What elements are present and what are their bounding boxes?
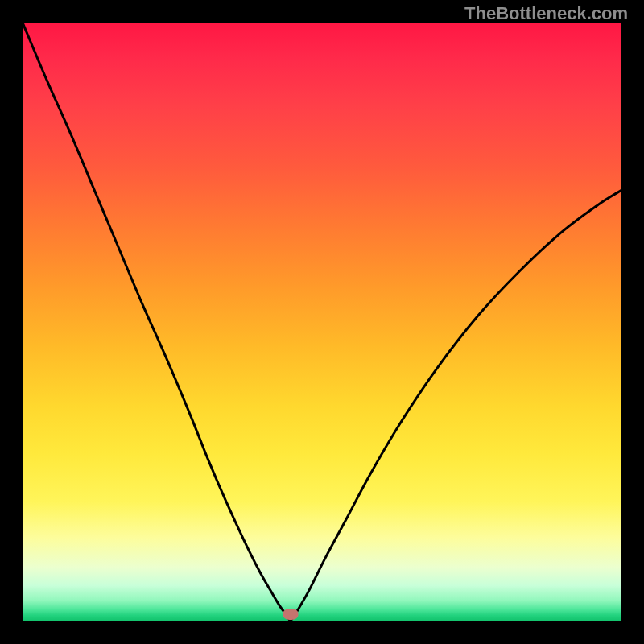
watermark-text: TheBottleneck.com	[464, 3, 628, 24]
outer-frame: TheBottleneck.com	[0, 0, 644, 644]
optimum-marker	[283, 609, 298, 620]
plot-area	[23, 23, 621, 621]
bottleneck-curve	[23, 23, 621, 621]
